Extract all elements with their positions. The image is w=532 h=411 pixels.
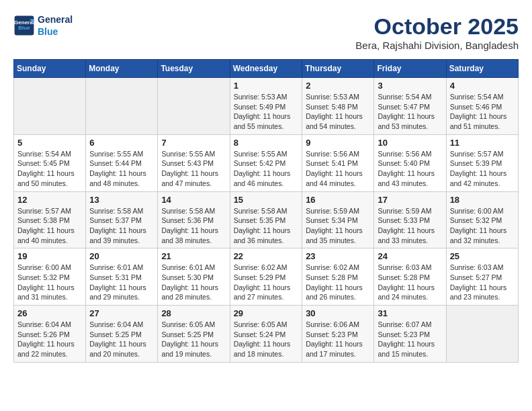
day-info: Sunrise: 5:56 AM Sunset: 5:40 PM Dayligh…: [378, 149, 442, 189]
calendar-cell: [446, 306, 518, 363]
day-number: 12: [17, 195, 82, 205]
calendar-cell: 2Sunrise: 5:53 AM Sunset: 5:48 PM Daylig…: [302, 78, 374, 135]
calendar-cell: 6Sunrise: 5:55 AM Sunset: 5:44 PM Daylig…: [86, 134, 158, 191]
day-number: 7: [161, 138, 226, 148]
calendar-cell: 9Sunrise: 5:56 AM Sunset: 5:41 PM Daylig…: [302, 134, 374, 191]
calendar-cell: 26Sunrise: 6:04 AM Sunset: 5:26 PM Dayli…: [14, 306, 86, 363]
calendar-cell: 12Sunrise: 5:57 AM Sunset: 5:38 PM Dayli…: [14, 191, 86, 248]
col-header-tuesday: Tuesday: [158, 60, 230, 78]
calendar-cell: 14Sunrise: 5:58 AM Sunset: 5:36 PM Dayli…: [158, 191, 230, 248]
day-info: Sunrise: 5:55 AM Sunset: 5:43 PM Dayligh…: [161, 149, 226, 189]
svg-text:Blue: Blue: [18, 26, 30, 32]
day-info: Sunrise: 5:58 AM Sunset: 5:36 PM Dayligh…: [161, 206, 226, 246]
calendar-cell: 22Sunrise: 6:02 AM Sunset: 5:29 PM Dayli…: [230, 248, 302, 306]
calendar-cell: 3Sunrise: 5:54 AM Sunset: 5:47 PM Daylig…: [374, 78, 446, 135]
day-number: 21: [161, 251, 226, 261]
calendar-cell: 16Sunrise: 5:59 AM Sunset: 5:34 PM Dayli…: [302, 191, 374, 248]
day-info: Sunrise: 6:05 AM Sunset: 5:25 PM Dayligh…: [161, 320, 226, 359]
calendar-cell: [14, 78, 86, 135]
day-info: Sunrise: 5:57 AM Sunset: 5:38 PM Dayligh…: [17, 206, 82, 246]
calendar-cell: 8Sunrise: 5:55 AM Sunset: 5:42 PM Daylig…: [230, 134, 302, 191]
day-info: Sunrise: 5:57 AM Sunset: 5:39 PM Dayligh…: [450, 149, 515, 189]
day-number: 23: [306, 251, 370, 261]
calendar-cell: 10Sunrise: 5:56 AM Sunset: 5:40 PM Dayli…: [374, 134, 446, 191]
calendar-cell: 24Sunrise: 6:03 AM Sunset: 5:28 PM Dayli…: [374, 248, 446, 306]
day-number: 17: [378, 195, 442, 205]
calendar-cell: 4Sunrise: 5:54 AM Sunset: 5:46 PM Daylig…: [446, 78, 518, 135]
calendar-cell: 20Sunrise: 6:01 AM Sunset: 5:31 PM Dayli…: [86, 248, 158, 306]
day-number: 11: [450, 138, 515, 148]
calendar-cell: 19Sunrise: 6:00 AM Sunset: 5:32 PM Dayli…: [14, 248, 86, 306]
day-info: Sunrise: 6:02 AM Sunset: 5:28 PM Dayligh…: [306, 263, 370, 302]
day-info: Sunrise: 5:59 AM Sunset: 5:33 PM Dayligh…: [378, 206, 442, 246]
logo-text-blue: Blue: [38, 26, 73, 38]
day-number: 28: [161, 308, 226, 318]
day-number: 26: [17, 308, 82, 318]
calendar-cell: 28Sunrise: 6:05 AM Sunset: 5:25 PM Dayli…: [158, 306, 230, 363]
calendar-cell: [158, 78, 230, 135]
day-info: Sunrise: 5:53 AM Sunset: 5:48 PM Dayligh…: [306, 92, 370, 132]
day-number: 4: [450, 81, 515, 91]
calendar-table: SundayMondayTuesdayWednesdayThursdayFrid…: [13, 59, 519, 363]
day-number: 6: [89, 138, 154, 148]
day-number: 30: [306, 308, 370, 318]
calendar-cell: 21Sunrise: 6:01 AM Sunset: 5:30 PM Dayli…: [158, 248, 230, 306]
day-number: 3: [378, 81, 442, 91]
col-header-wednesday: Wednesday: [230, 60, 302, 78]
col-header-monday: Monday: [86, 60, 158, 78]
calendar-cell: 17Sunrise: 5:59 AM Sunset: 5:33 PM Dayli…: [374, 191, 446, 248]
day-info: Sunrise: 6:03 AM Sunset: 5:27 PM Dayligh…: [450, 263, 515, 302]
calendar-header: SundayMondayTuesdayWednesdayThursdayFrid…: [14, 60, 519, 78]
day-info: Sunrise: 5:53 AM Sunset: 5:49 PM Dayligh…: [234, 92, 299, 132]
day-number: 15: [234, 195, 299, 205]
day-info: Sunrise: 6:03 AM Sunset: 5:28 PM Dayligh…: [378, 263, 442, 302]
day-info: Sunrise: 6:07 AM Sunset: 5:23 PM Dayligh…: [378, 320, 442, 359]
day-number: 18: [450, 195, 515, 205]
week-row-5: 26Sunrise: 6:04 AM Sunset: 5:26 PM Dayli…: [14, 306, 519, 363]
calendar-cell: 23Sunrise: 6:02 AM Sunset: 5:28 PM Dayli…: [302, 248, 374, 306]
logo: General Blue General Blue: [13, 13, 73, 38]
day-info: Sunrise: 5:59 AM Sunset: 5:34 PM Dayligh…: [306, 206, 370, 246]
logo-icon: General Blue: [13, 15, 35, 36]
col-header-sunday: Sunday: [14, 60, 86, 78]
calendar-cell: 15Sunrise: 5:58 AM Sunset: 5:35 PM Dayli…: [230, 191, 302, 248]
day-number: 22: [234, 251, 299, 261]
calendar-cell: 13Sunrise: 5:58 AM Sunset: 5:37 PM Dayli…: [86, 191, 158, 248]
day-info: Sunrise: 6:06 AM Sunset: 5:23 PM Dayligh…: [306, 320, 370, 359]
day-number: 8: [234, 138, 299, 148]
calendar-cell: 30Sunrise: 6:06 AM Sunset: 5:23 PM Dayli…: [302, 306, 374, 363]
day-number: 2: [306, 81, 370, 91]
day-info: Sunrise: 5:56 AM Sunset: 5:41 PM Dayligh…: [306, 149, 370, 189]
calendar-cell: 31Sunrise: 6:07 AM Sunset: 5:23 PM Dayli…: [374, 306, 446, 363]
calendar-cell: 7Sunrise: 5:55 AM Sunset: 5:43 PM Daylig…: [158, 134, 230, 191]
day-info: Sunrise: 6:02 AM Sunset: 5:29 PM Dayligh…: [234, 263, 299, 302]
day-number: 10: [378, 138, 442, 148]
day-number: 9: [306, 138, 370, 148]
week-row-4: 19Sunrise: 6:00 AM Sunset: 5:32 PM Dayli…: [14, 248, 519, 306]
day-number: 31: [378, 308, 442, 318]
week-row-2: 5Sunrise: 5:54 AM Sunset: 5:45 PM Daylig…: [14, 134, 519, 191]
calendar-cell: 1Sunrise: 5:53 AM Sunset: 5:49 PM Daylig…: [230, 78, 302, 135]
week-row-1: 1Sunrise: 5:53 AM Sunset: 5:49 PM Daylig…: [14, 78, 519, 135]
col-header-saturday: Saturday: [446, 60, 518, 78]
day-info: Sunrise: 6:01 AM Sunset: 5:31 PM Dayligh…: [89, 263, 154, 302]
day-info: Sunrise: 5:58 AM Sunset: 5:37 PM Dayligh…: [89, 206, 154, 246]
day-number: 25: [450, 251, 515, 261]
day-number: 1: [234, 81, 299, 91]
calendar-cell: 25Sunrise: 6:03 AM Sunset: 5:27 PM Dayli…: [446, 248, 518, 306]
day-info: Sunrise: 6:01 AM Sunset: 5:30 PM Dayligh…: [161, 263, 226, 302]
day-number: 14: [161, 195, 226, 205]
calendar-cell: 5Sunrise: 5:54 AM Sunset: 5:45 PM Daylig…: [14, 134, 86, 191]
day-info: Sunrise: 6:04 AM Sunset: 5:26 PM Dayligh…: [17, 320, 82, 359]
day-number: 24: [378, 251, 442, 261]
day-info: Sunrise: 5:55 AM Sunset: 5:42 PM Dayligh…: [234, 149, 299, 189]
day-info: Sunrise: 5:54 AM Sunset: 5:46 PM Dayligh…: [450, 92, 515, 132]
title-block: October 2025 Bera, Rajshahi Division, Ba…: [355, 13, 519, 51]
calendar-cell: 18Sunrise: 6:00 AM Sunset: 5:32 PM Dayli…: [446, 191, 518, 248]
calendar-cell: 11Sunrise: 5:57 AM Sunset: 5:39 PM Dayli…: [446, 134, 518, 191]
day-info: Sunrise: 6:00 AM Sunset: 5:32 PM Dayligh…: [450, 206, 515, 246]
day-info: Sunrise: 5:54 AM Sunset: 5:45 PM Dayligh…: [17, 149, 82, 189]
calendar-cell: 29Sunrise: 6:05 AM Sunset: 5:24 PM Dayli…: [230, 306, 302, 363]
day-number: 16: [306, 195, 370, 205]
col-header-friday: Friday: [374, 60, 446, 78]
